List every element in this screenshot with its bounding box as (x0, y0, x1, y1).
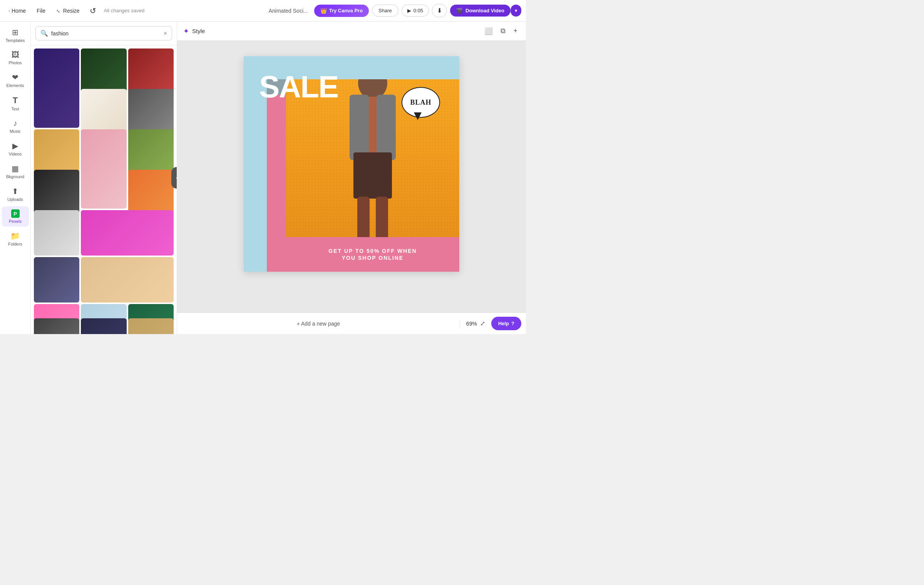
project-name-button[interactable]: Animated Soci... (266, 6, 311, 15)
pexels-icon: P (11, 209, 20, 218)
style-label: Style (192, 28, 205, 34)
play-duration: 0:05 (413, 8, 423, 13)
canvas-area: ✦ Style ⬜ ⧉ + (177, 22, 526, 334)
svg-rect-3 (377, 95, 396, 160)
zoom-expand-button[interactable]: ⤢ (480, 320, 485, 327)
copy-icon-button[interactable]: ⧉ (498, 25, 508, 37)
sidebar-item-videos[interactable]: ▶ Videos (2, 138, 29, 159)
photo-item[interactable] (128, 318, 174, 334)
text-label: Text (11, 107, 19, 111)
photo-item[interactable] (81, 129, 126, 209)
photo-item[interactable] (81, 257, 174, 303)
clear-icon[interactable]: × (164, 30, 167, 37)
help-button[interactable]: Help ? (491, 317, 521, 330)
speech-bubble: BLAH (402, 87, 440, 118)
folders-icon: 📁 (10, 231, 20, 241)
style-sparkle-icon: ✦ (183, 27, 189, 35)
play-button[interactable]: ▶ 0:05 (402, 5, 429, 17)
download-video-button[interactable]: 🎬 Download Video (450, 5, 511, 17)
video-camera-icon: 🎬 (456, 8, 462, 13)
canvas-scroll[interactable]: SALE BLAH GET UP TO 50% OFF WHEN YOU SHO… (177, 41, 526, 313)
sidebar-item-background[interactable]: ▦ Bkground (2, 161, 29, 182)
sidebar-item-folders[interactable]: 📁 Folders (2, 228, 29, 249)
help-icon: ? (511, 321, 514, 326)
saved-status: All changes saved (104, 8, 145, 13)
file-label: File (37, 8, 45, 14)
photo-item[interactable] (34, 129, 79, 175)
try-pro-button[interactable]: 👑 Try Canva Pro (314, 5, 369, 17)
add-page-button[interactable]: + Add a new page (177, 321, 460, 327)
photo-item[interactable] (34, 170, 79, 215)
sidebar-item-elements[interactable]: ❤ Elements (2, 70, 29, 91)
sidebar-item-pexels[interactable]: P Pexels (2, 206, 29, 227)
svg-rect-2 (350, 95, 369, 160)
svg-rect-6 (376, 197, 388, 241)
play-icon: ▶ (407, 8, 411, 13)
promo-line-2: YOU SHOP ONLINE (342, 255, 403, 261)
photo-item[interactable] (128, 48, 174, 94)
photo-item[interactable] (81, 318, 126, 334)
elements-label: Elements (7, 83, 24, 88)
photo-item[interactable] (34, 48, 79, 128)
style-bar: ✦ Style ⬜ ⧉ + (177, 22, 526, 41)
sidebar: ⊞ Templates 🖼 Photos ❤ Elements T Text ♪… (0, 22, 31, 334)
photo-item[interactable] (34, 318, 79, 334)
photo-item[interactable] (34, 257, 79, 303)
sidebar-item-templates[interactable]: ⊞ Templates (2, 25, 29, 46)
background-icon: ▦ (12, 164, 19, 173)
sidebar-item-photos[interactable]: 🖼 Photos (2, 47, 29, 68)
music-label: Music (10, 129, 21, 134)
download-dropdown-button[interactable]: ▾ (511, 5, 521, 17)
resize-label: Resize (63, 8, 80, 14)
undo-button[interactable]: ↺ (87, 4, 99, 18)
download-icon: ⬇ (437, 7, 442, 14)
help-label: Help (498, 321, 509, 326)
frame-icon-button[interactable]: ⬜ (482, 25, 495, 38)
photos-label: Photos (8, 60, 22, 65)
search-icon: 🔍 (40, 30, 48, 37)
zoom-value: 69% (466, 321, 477, 327)
search-input[interactable] (51, 30, 161, 37)
share-button[interactable]: Share (372, 5, 398, 17)
canvas-bottom-bar: + Add a new page 69% ⤢ Help ? (177, 313, 526, 334)
text-icon: T (13, 95, 18, 105)
uploads-icon: ⬆ (12, 187, 18, 196)
sidebar-item-text[interactable]: T Text (2, 92, 29, 114)
photo-item[interactable] (128, 129, 174, 175)
music-icon: ♪ (13, 119, 17, 128)
frame-icon: ⬜ (484, 27, 493, 35)
back-chevron-icon: ‹ (8, 8, 10, 13)
uploads-label: Uploads (7, 197, 23, 202)
design-canvas[interactable]: SALE BLAH GET UP TO 50% OFF WHEN YOU SHO… (244, 56, 459, 272)
copy-icon: ⧉ (500, 27, 506, 35)
top-navigation: ‹ Home File ⤡ Resize ↺ All changes saved… (0, 0, 526, 22)
bubble-text: BLAH (410, 99, 431, 107)
photo-item[interactable] (128, 89, 174, 134)
photo-item[interactable] (81, 210, 174, 256)
photo-item[interactable] (81, 48, 126, 94)
home-button[interactable]: ‹ Home (5, 5, 30, 16)
svg-rect-4 (353, 152, 392, 199)
zoom-controls: 69% ⤢ (460, 320, 491, 327)
bottom-pink-bar: GET UP TO 50% OFF WHEN YOU SHOP ONLINE (286, 237, 459, 272)
resize-button[interactable]: ⤡ Resize (52, 5, 84, 16)
panel-collapse-handle[interactable]: ‹ (171, 167, 177, 189)
resize-icon: ⤡ (56, 8, 60, 14)
elements-icon: ❤ (12, 73, 18, 82)
templates-label: Templates (5, 38, 25, 43)
add-element-button[interactable]: + (511, 25, 520, 37)
chevron-down-icon: ▾ (515, 8, 517, 13)
download-icon-button[interactable]: ⬇ (432, 4, 447, 17)
sidebar-item-uploads[interactable]: ⬆ Uploads (2, 184, 29, 205)
add-icon: + (513, 27, 517, 35)
sidebar-item-music[interactable]: ♪ Music (2, 116, 29, 137)
pexels-label: Pexels (9, 219, 22, 224)
file-button[interactable]: File (33, 5, 49, 16)
main-layout: ⊞ Templates 🖼 Photos ❤ Elements T Text ♪… (0, 22, 526, 334)
background-label: Bkground (6, 174, 24, 179)
videos-label: Videos (9, 152, 22, 156)
photo-item[interactable] (128, 170, 174, 215)
photo-item[interactable] (34, 210, 79, 256)
photo-item[interactable] (81, 89, 126, 134)
search-bar: 🔍 × (31, 22, 177, 45)
